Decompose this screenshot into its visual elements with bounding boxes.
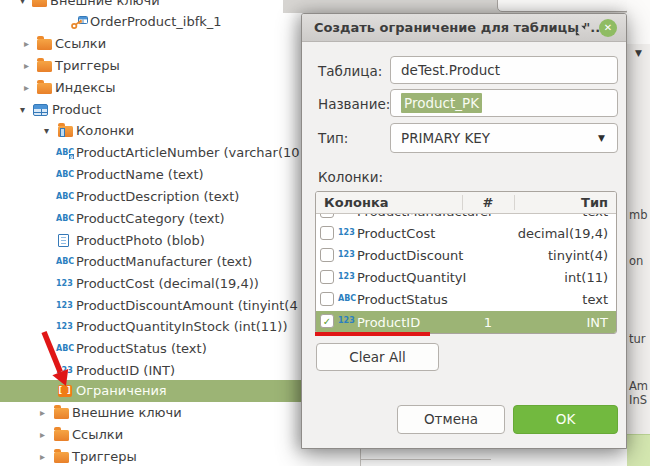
clipped-text-fragment: tur (629, 332, 646, 346)
tree-item-indexes[interactable]: ▸ Индексы (0, 77, 301, 98)
tree-item-column[interactable]: ProductPhoto (blob) (0, 230, 301, 251)
checkbox[interactable] (320, 214, 334, 218)
background-panel-top (283, 0, 650, 13)
table-icon (33, 104, 48, 116)
header-column[interactable]: Колонка (324, 192, 389, 214)
tree-item-triggers-top[interactable]: ▸ Триггеры (0, 55, 301, 76)
columns-section-label: Колонки: (318, 169, 383, 185)
header-number[interactable]: # (462, 192, 514, 214)
table-row[interactable]: 123 ProductQuantityI int(11) (316, 267, 616, 289)
tree-item-column[interactable]: ABC ProductManufacturer (text) (0, 251, 301, 272)
checkbox[interactable] (320, 270, 334, 284)
folder-icon (54, 430, 69, 441)
annotation-underline (315, 332, 430, 336)
clipped-text-fragment: on (629, 254, 643, 268)
dropdown-value: PRIMARY KEY (401, 130, 490, 146)
abc-type-icon: ABC (56, 170, 74, 179)
abc-type-icon: ABC (56, 192, 74, 201)
checkbox-checked[interactable]: ✓ (320, 314, 334, 328)
folder-icon (37, 39, 52, 50)
restore-window-icon[interactable] (575, 23, 586, 34)
table-row-productid-selected[interactable]: ✓ 123 ProductID 1 INT (316, 311, 616, 334)
background-selected-row-sliver (627, 434, 650, 466)
dropdown-arrow-icon: ▼ (598, 124, 605, 152)
clipped-text-fragment: InS (629, 393, 647, 407)
database-navigator-tree: ▾ Внешние ключи OrderProduct_ib (0, 0, 301, 466)
create-constraint-dialog: Создать ограничение для таблицы "... ✕ Т… (301, 13, 627, 449)
tree-item-foreign-keys[interactable]: ▸ Внешние ключи (0, 402, 301, 423)
table-row[interactable]: ABC ProductStatus text (316, 289, 616, 311)
chevron-down-icon[interactable]: ▾ (20, 99, 32, 120)
name-field-label: Название: (318, 96, 390, 112)
table-field[interactable]: deTest.Product (390, 56, 618, 84)
chevron-right-icon[interactable]: ▸ (24, 55, 36, 76)
constraint-name-field[interactable]: Product_PK (390, 89, 618, 117)
table-row[interactable]: 123 ProductCost decimal(19,4) (316, 223, 616, 245)
tree-item-product-table[interactable]: ▾ Product (0, 99, 301, 120)
tree-item-column[interactable]: ABC ProductDescription (text) (0, 186, 301, 207)
screen: ▾ Внешние ключи OrderProduct_ib (0, 0, 650, 466)
constraint-type-dropdown[interactable]: PRIMARY KEY ▼ (390, 123, 618, 153)
background-field-edge (627, 0, 650, 44)
clear-all-button[interactable]: Clear All (316, 343, 439, 371)
number-type-icon: 123 (338, 250, 356, 259)
folder-icon (37, 83, 52, 94)
table-field-label: Таблица: (318, 63, 382, 79)
abc-type-icon: ABC (56, 214, 74, 223)
chevron-right-icon[interactable]: ▸ (24, 77, 36, 98)
abc-type-icon: ABC (338, 294, 356, 303)
tree-item-column[interactable]: 123 ProductDiscountAmount (tinyint(4 (0, 295, 301, 316)
background-field-edge (497, 0, 631, 12)
chevron-right-icon[interactable]: ▸ (40, 402, 52, 423)
folder-icon (54, 452, 69, 463)
blob-type-icon (58, 234, 69, 247)
number-type-icon: 123 (338, 272, 356, 281)
abc-type-icon: ABC (338, 214, 356, 215)
tree-item-column[interactable]: ABC9 ProductArticleNumber (varchar(10 (0, 142, 301, 163)
tree-item-column[interactable]: 123 ProductCost (decimal(19,4)) (0, 273, 301, 294)
dialog-title: Создать ограничение для таблицы "... (314, 14, 605, 42)
columns-grid: Колонка # Тип ABC ProductManufacturer te… (315, 191, 617, 334)
clipped-text-fragment: mb (629, 208, 648, 222)
number-type-icon: 123 (56, 301, 74, 310)
tree-item-column[interactable]: ABC ProductCategory (text) (0, 208, 301, 229)
chevron-right-icon[interactable]: ▸ (40, 446, 52, 466)
chevron-right-icon[interactable]: ▸ (24, 33, 36, 54)
checkbox[interactable] (320, 248, 334, 262)
selected-text: Product_PK (401, 93, 482, 113)
type-field-label: Тип: (318, 130, 348, 146)
chevron-right-icon[interactable]: ▸ (40, 424, 52, 445)
tree-item-links-top[interactable]: ▸ Ссылки (0, 33, 301, 54)
number-type-icon: 123 (338, 228, 356, 237)
tree-item-links[interactable]: ▸ Ссылки (0, 424, 301, 445)
table-row[interactable]: 123 ProductDiscount tinyint(4) (316, 245, 616, 267)
tree-item-columns-folder[interactable]: ▾ Колонки (0, 120, 301, 141)
tree-item-column[interactable]: ABC ProductName (text) (0, 164, 301, 185)
cancel-button[interactable]: Отмена (397, 405, 505, 434)
table-row-clipped[interactable]: ABC ProductManufacturer text (316, 214, 616, 223)
tree-item-orderproduct-ibfk[interactable]: OrderProduct_ibfk_1 (0, 11, 301, 32)
background-panel-right: ▼ mb on tur Am InS (627, 0, 650, 466)
close-button[interactable]: ✕ (599, 19, 617, 37)
ok-button[interactable]: OK (513, 405, 618, 434)
tree-item-triggers[interactable]: ▸ Триггеры (0, 446, 301, 466)
dialog-titlebar[interactable]: Создать ограничение для таблицы "... ✕ (302, 14, 626, 42)
abc-type-icon: ABC (56, 257, 74, 266)
columns-folder-icon (58, 126, 73, 137)
tree-item-foreign-keys-top[interactable]: ▾ Внешние ключи (0, 0, 301, 11)
chevron-down-icon[interactable]: ▾ (44, 120, 56, 141)
folder-icon (54, 408, 69, 419)
number-type-icon: 123 (338, 316, 356, 325)
folder-icon (37, 61, 52, 72)
header-type[interactable]: Тип (581, 192, 608, 214)
checkbox[interactable] (320, 292, 334, 306)
number-type-icon: 123 (56, 279, 74, 288)
dropdown-arrow-icon: ▼ (635, 48, 642, 58)
checkbox[interactable] (320, 226, 334, 240)
grid-header: Колонка # Тип (316, 192, 616, 214)
annotation-arrow (30, 324, 76, 396)
abc-key-type-icon: ABC9 (56, 148, 74, 157)
chevron-down-icon[interactable]: ▾ (20, 0, 32, 11)
key-order-number: 1 (462, 311, 514, 334)
folder-icon (32, 0, 47, 7)
